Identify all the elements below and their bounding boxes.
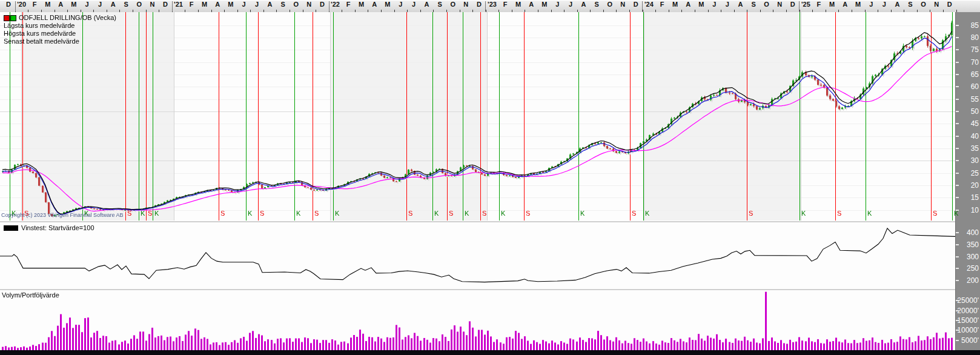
timeline-month-label: N [463, 1, 468, 8]
axis-tick [956, 86, 959, 87]
sell-signal-letter: S [482, 210, 486, 217]
price-panel[interactable]: ODFJELL DRILLING/OB (Vecka) Lägsta kurs … [0, 12, 955, 221]
buy-signal-letter: K [867, 210, 872, 217]
timeline-month-label: A [843, 1, 847, 8]
timeline-month-label: F [33, 1, 37, 8]
timeline-axis[interactable]: D'20FMAMJJASOND'21FMAMJJASOND'22FMAMJJAS… [0, 0, 980, 13]
timeline-year-label: '21 [174, 1, 183, 8]
axis-tick [956, 185, 959, 186]
sell-signal-letter: S [933, 210, 937, 217]
price-axis-label: 55 [971, 95, 979, 104]
profit-legend: Vinstest: Startvärde=100 [4, 224, 94, 231]
timeline-month-label: D [477, 1, 482, 8]
timeline-year-separator [329, 1, 329, 12]
timeline-year-separator [799, 1, 800, 12]
vikingen-chart-window: D'20FMAMJJASOND'21FMAMJJASOND'22FMAMJJAS… [0, 0, 980, 355]
timeline-month-label: N [620, 1, 625, 8]
buy-signal-letter: K [154, 210, 159, 217]
timeline-month-label: O [293, 1, 299, 8]
timeline-month-label: J [555, 1, 559, 8]
timeline-month-label: J [412, 1, 416, 8]
timeline-month-label: D [320, 1, 325, 8]
timeline-month-label: F [817, 1, 821, 8]
timeline-year-label: '22 [331, 1, 340, 8]
value-axis[interactable]: 8580757065605550454035302520151040035030… [955, 12, 980, 350]
price-legend: ODFJELL DRILLING/OB (Vecka) Lägsta kurs … [4, 14, 116, 45]
sell-signal-letter: S [632, 210, 636, 217]
timeline-month-label: A [529, 1, 534, 8]
buy-signal-letter: K [248, 210, 252, 217]
timeline-month-label: D [6, 1, 11, 8]
timeline-month-label: D [947, 1, 952, 8]
timeline-month-label: N [777, 1, 782, 8]
buy-signal-letter: K [296, 210, 300, 217]
timeline-year-label: '24 [644, 1, 654, 8]
timeline-month-label: N [934, 1, 939, 8]
volume-plot-canvas [0, 290, 955, 350]
axis-tick [956, 160, 959, 161]
profit-axis-label: 400 [967, 228, 979, 237]
timeline-month-label: J [882, 1, 886, 8]
timeline-month-label: M [829, 1, 835, 8]
axis-tick [956, 99, 959, 100]
timeline-month-label: A [581, 1, 586, 8]
bottom-border-bar [0, 350, 980, 355]
timeline-month-label: O [450, 1, 455, 8]
timeline-month-label: J [98, 1, 102, 8]
buy-signal-letter: K [335, 210, 339, 217]
timeline-month-label: A [425, 1, 429, 8]
sell-signal-letter: S [526, 210, 530, 217]
copyright-text: Copyright (c) 2023 Vikingen Financial So… [1, 212, 123, 218]
up-candle-swatch-icon [10, 15, 16, 21]
timeline-year-separator [642, 1, 643, 12]
profit-panel[interactable]: Vinstest: Startvärde=100 [0, 222, 955, 288]
timeline-month-label: N [150, 1, 154, 8]
buy-signal-letter: K [954, 210, 958, 217]
price-axis-label: 15 [971, 193, 979, 202]
price-axis-label: 30 [971, 156, 979, 165]
timeline-month-label: M [855, 1, 861, 8]
buy-signal-letter: K [501, 210, 505, 217]
volume-axis-label: 25000' [957, 296, 979, 305]
profit-line-swatch-icon [4, 225, 18, 231]
sell-signal-letter: S [408, 210, 412, 217]
axis-tick [956, 136, 959, 137]
timeline-year-separator [15, 1, 16, 12]
price-axis-label: 85 [971, 21, 979, 30]
timeline-month-label: N [306, 1, 311, 8]
sell-signal-letter: S [260, 210, 264, 217]
timeline-month-label: M [541, 1, 547, 8]
axis-tick [956, 232, 959, 233]
timeline-month-label: D [163, 1, 168, 8]
volume-panel[interactable]: Volym/Portföljvärde [0, 290, 955, 350]
buy-signal-letter: K [141, 210, 145, 217]
volume-axis-label: 5000' [961, 336, 979, 345]
axis-tick [956, 280, 959, 281]
profit-axis-label: 300 [967, 253, 979, 261]
timeline-month-label: S [437, 1, 442, 8]
sell-signal-letter: S [127, 210, 131, 217]
timeline-month-label: S [908, 1, 912, 8]
axis-tick [956, 148, 959, 149]
timeline-month-label: A [895, 1, 899, 8]
timeline-month-label: F [503, 1, 508, 8]
sell-signal-letter: S [449, 210, 453, 217]
timeline-month-label: M [698, 1, 704, 8]
legend-lastpaid-ma: Senast betalt medelvärde [4, 38, 116, 45]
timeline-month-label: S [751, 1, 755, 8]
timeline-month-label: A [372, 1, 377, 8]
profit-axis-label: 250 [967, 264, 979, 273]
axis-tick [956, 49, 959, 50]
timeline-month-label: A [738, 1, 743, 8]
profit-plot-canvas [0, 222, 955, 288]
buy-signal-letter: K [434, 210, 439, 217]
timeline-month-label: A [58, 1, 63, 8]
price-axis-label: 60 [971, 82, 979, 91]
axis-tick [956, 256, 959, 257]
price-axis-label: 20 [971, 181, 979, 190]
axis-tick [956, 244, 959, 245]
timeline-month-label: M [45, 1, 50, 8]
price-axis-label: 50 [971, 107, 979, 116]
price-axis-label: 40 [971, 132, 979, 141]
buy-signal-letter: K [801, 210, 806, 217]
